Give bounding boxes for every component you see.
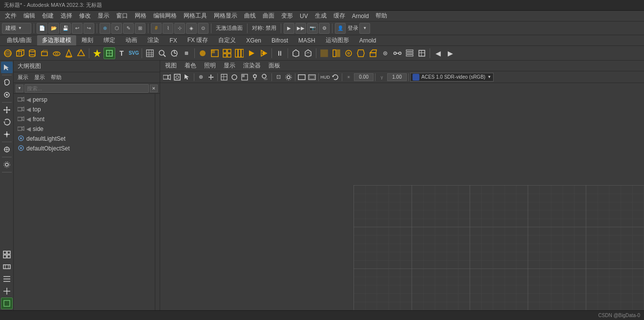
- bottom-tool1[interactable]: [1, 249, 13, 260]
- vp-wireframe-btn[interactable]: [219, 72, 229, 82]
- rotate-tool[interactable]: [1, 116, 13, 128]
- render-btn[interactable]: ▶: [284, 23, 294, 34]
- poly-plane-btn[interactable]: [39, 47, 50, 59]
- time-editor-btn[interactable]: [168, 47, 180, 59]
- move-tool[interactable]: [1, 104, 13, 116]
- menu-modify[interactable]: 修改: [76, 11, 94, 21]
- outliner-scrollbar[interactable]: [155, 94, 160, 310]
- node-editor-btn[interactable]: ⊞: [181, 47, 192, 59]
- poly-extrude-btn[interactable]: [367, 47, 379, 59]
- vp-xray-btn[interactable]: [284, 72, 293, 82]
- login-btn[interactable]: 👤: [335, 23, 346, 34]
- active-tool-btn[interactable]: [104, 47, 115, 59]
- menu-uv[interactable]: UV: [297, 12, 311, 21]
- undo-btn[interactable]: ↩: [72, 23, 83, 34]
- color-profile-btn[interactable]: ACES 1.0 SDR-video (sRGB) ▼: [410, 73, 494, 82]
- menu-edit[interactable]: 编辑: [21, 11, 38, 21]
- soft-select-tool[interactable]: [1, 159, 13, 171]
- menu-mesh[interactable]: 网格: [132, 11, 149, 21]
- pause-render-btn[interactable]: ⏸: [274, 47, 286, 59]
- search-close-btn[interactable]: ✕: [150, 85, 158, 92]
- transform-btn[interactable]: ⊞: [135, 23, 145, 34]
- tab-polygon-modeling[interactable]: 多边形建模: [37, 35, 76, 45]
- history-btn[interactable]: ⊛: [379, 47, 391, 59]
- vp-hud-btn[interactable]: HUD: [320, 72, 330, 82]
- outliner-item-light-set[interactable]: defaultLightSet: [14, 134, 155, 144]
- tab-motion-graphics[interactable]: 运动图形: [321, 35, 354, 45]
- vp-refresh-btn[interactable]: [331, 72, 340, 82]
- outliner-item-front[interactable]: ◀ front: [14, 114, 155, 124]
- outliner-item-side[interactable]: ◀ side: [14, 124, 155, 134]
- menu-mesh-display[interactable]: 网格显示: [211, 11, 240, 21]
- snap-view-btn[interactable]: ⊙: [198, 23, 208, 34]
- text-tool-btn[interactable]: T: [116, 47, 127, 59]
- scale-tool[interactable]: [1, 128, 13, 140]
- outliner-item-persp[interactable]: ◀ persp: [14, 95, 155, 105]
- vp-isolate-btn[interactable]: ⊡: [273, 72, 283, 82]
- snap-surface-btn[interactable]: ◈: [186, 23, 197, 34]
- vp-select-btn[interactable]: [183, 72, 192, 82]
- menu-window[interactable]: 窗口: [113, 11, 131, 21]
- camera-btn[interactable]: 📷: [307, 23, 318, 34]
- menu-generate[interactable]: 生成: [312, 11, 330, 21]
- vp-camera-btn[interactable]: [162, 72, 172, 82]
- render-settings-btn[interactable]: [233, 47, 245, 59]
- tab-curves-surfaces[interactable]: 曲线/曲面: [2, 35, 37, 45]
- tab-arnold[interactable]: Arnold: [354, 36, 381, 45]
- tab-fx-cache[interactable]: FX 缓存: [183, 35, 213, 45]
- universal-tool[interactable]: [1, 144, 13, 155]
- deform2-btn[interactable]: [302, 47, 314, 59]
- tab-mash[interactable]: MASH: [293, 36, 320, 45]
- menu-mesh-tools[interactable]: 网格工具: [181, 11, 210, 21]
- bottom-tool5-active[interactable]: [1, 298, 13, 309]
- uv-editor-btn[interactable]: [144, 47, 156, 59]
- vp-smooth-btn[interactable]: [229, 72, 239, 82]
- select-tool[interactable]: [1, 62, 13, 73]
- vp-menu-panel[interactable]: 面板: [266, 61, 283, 71]
- tab-fx[interactable]: FX: [165, 36, 182, 45]
- shader-btn[interactable]: [197, 47, 208, 59]
- arrow-left-btn[interactable]: ◀: [432, 47, 444, 59]
- vp-lights-btn[interactable]: [250, 72, 260, 82]
- select-tool-btn[interactable]: ⊕: [100, 23, 110, 34]
- ipr-render-btn[interactable]: [258, 47, 270, 59]
- tab-custom[interactable]: 自定义: [213, 35, 241, 45]
- settings-btn[interactable]: ⚙: [319, 23, 330, 34]
- poly-sphere-btn[interactable]: [2, 47, 14, 59]
- menu-surfaces[interactable]: 曲面: [260, 11, 277, 21]
- outliner-item-top[interactable]: ◀ top: [14, 105, 155, 114]
- snap-point-btn[interactable]: ⊹: [174, 23, 185, 34]
- poly-torus-btn[interactable]: [51, 47, 62, 59]
- vp-menu-view[interactable]: 视图: [162, 61, 180, 71]
- login-arrow-btn[interactable]: ▼: [359, 23, 370, 34]
- vp-menu-shading[interactable]: 着色: [182, 61, 199, 71]
- new-file-btn[interactable]: 📄: [37, 23, 47, 34]
- menu-display[interactable]: 显示: [95, 11, 112, 21]
- outliner-menu-help[interactable]: 帮助: [49, 74, 63, 81]
- tab-animation[interactable]: 动画: [121, 35, 142, 45]
- vp-snap-btn[interactable]: ⊕: [196, 72, 206, 82]
- flip-btn[interactable]: [290, 47, 302, 59]
- vp-fit-btn[interactable]: [172, 72, 182, 82]
- vp-menu-lighting[interactable]: 照明: [201, 61, 219, 71]
- channel-box-btn[interactable]: [416, 47, 428, 59]
- texture-btn[interactable]: [209, 47, 221, 59]
- bottom-tool3[interactable]: [1, 273, 13, 285]
- lasso-btn[interactable]: ⬡: [111, 23, 122, 34]
- outliner-menu-display[interactable]: 显示: [32, 74, 47, 81]
- attribute-editor-btn[interactable]: [404, 47, 415, 59]
- paint-btn[interactable]: ✎: [123, 23, 134, 34]
- vp-menu-renderer[interactable]: 渲染器: [240, 61, 264, 71]
- bottom-tool4[interactable]: [1, 285, 13, 297]
- zoom-btn[interactable]: [156, 47, 168, 59]
- poly-cone-btn[interactable]: [63, 47, 75, 59]
- menu-help[interactable]: 帮助: [373, 11, 390, 21]
- snap-curve-btn[interactable]: ⌇: [163, 23, 173, 34]
- lasso-tool[interactable]: [1, 77, 13, 88]
- menu-select[interactable]: 选择: [58, 11, 75, 21]
- menu-edit-mesh[interactable]: 编辑网格: [150, 11, 180, 21]
- menu-file[interactable]: 文件: [2, 11, 20, 21]
- redo-btn[interactable]: ↪: [83, 23, 94, 34]
- menu-arnold[interactable]: Arnold: [349, 12, 372, 21]
- poly-smooth-btn[interactable]: [343, 47, 354, 59]
